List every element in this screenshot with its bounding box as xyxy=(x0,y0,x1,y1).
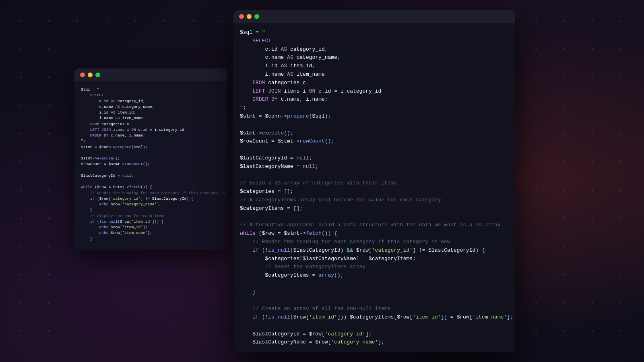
traffic-light-yellow-small xyxy=(88,72,93,77)
code-body-large: $sql = " SELECT c.id AS category_id, c.n… xyxy=(233,23,515,351)
traffic-light-green-small xyxy=(95,72,100,77)
titlebar-small xyxy=(74,68,227,81)
traffic-light-green-large xyxy=(254,14,259,19)
code-window-small: $sql = " SELECT c.id AS category_id, c.n… xyxy=(74,68,227,250)
code-window-large: $sql = " SELECT c.id AS category_id, c.n… xyxy=(233,10,515,352)
code-body-small: $sql = " SELECT c.id AS category_id, c.n… xyxy=(74,81,227,248)
code-content-small: $sql = " SELECT c.id AS category_id, c.n… xyxy=(81,87,221,248)
code-content-large: $sql = " SELECT c.id AS category_id, c.n… xyxy=(240,29,509,351)
traffic-light-red-small xyxy=(80,72,85,77)
traffic-light-yellow-large xyxy=(247,14,252,19)
traffic-light-red-large xyxy=(239,14,244,19)
titlebar-large xyxy=(233,10,515,23)
